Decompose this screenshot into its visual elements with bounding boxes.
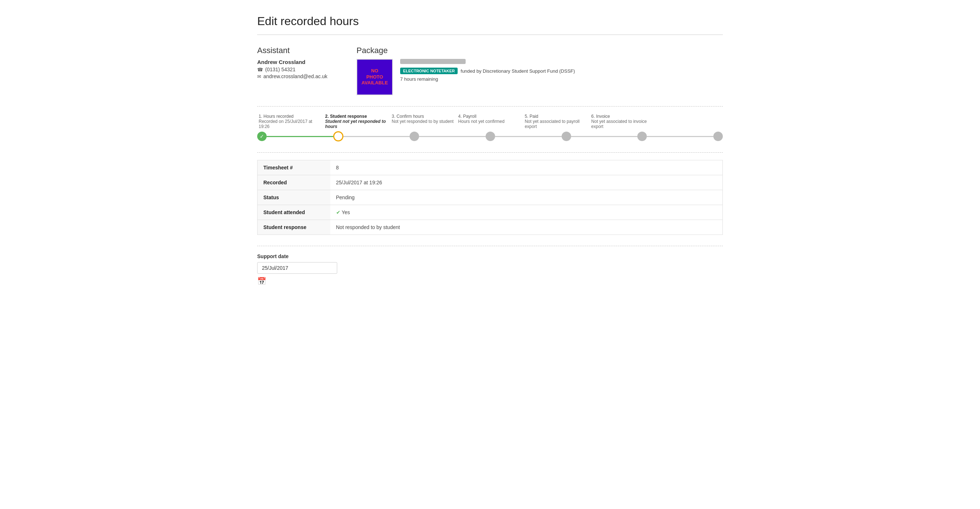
support-date-input[interactable] <box>257 262 337 274</box>
line6-7 <box>647 136 713 137</box>
assistant-section-title: Assistant <box>257 46 328 55</box>
value-student-attended: ✔ Yes <box>330 205 723 220</box>
email-icon: ✉ <box>257 74 261 79</box>
electronic-notetaker-badge: ELECTRONIC NOTETAKER <box>400 68 458 74</box>
package-info: ELECTRONIC NOTETAKER funded by Discretio… <box>400 59 575 82</box>
top-divider <box>257 35 723 35</box>
step3-title: 3. Confirm hours <box>392 114 455 119</box>
assistant-phone: (0131) 54321 <box>265 67 295 72</box>
steps-row: 1. Hours recorded Recorded on 25/Jul/201… <box>257 114 723 141</box>
check-icon: ✔ <box>336 209 340 215</box>
step4-node <box>486 132 495 141</box>
support-date-divider <box>257 246 723 246</box>
support-date-input-wrap <box>257 262 723 277</box>
line1-2 <box>267 136 333 137</box>
assistant-phone-row: ☎ (0131) 54321 <box>257 67 328 72</box>
assistant-section: Assistant Andrew Crossland ☎ (0131) 5432… <box>257 46 328 95</box>
package-section-title: Package <box>356 46 575 55</box>
page-title: Edit recorded hours <box>257 14 723 28</box>
step5-title: 5. Paid <box>525 114 588 119</box>
value-timesheet: 8 <box>330 160 723 175</box>
value-status: Pending <box>330 190 723 205</box>
value-recorded: 25/Jul/2017 at 19:26 <box>330 175 723 190</box>
step1-label: 1. Hours recorded Recorded on 25/Jul/201… <box>257 114 324 129</box>
info-table: Timesheet # 8 Recorded 25/Jul/2017 at 19… <box>257 160 723 235</box>
table-row: Recorded 25/Jul/2017 at 19:26 <box>258 175 723 190</box>
step7-label <box>656 114 723 129</box>
value-student-response: Not responded to by student <box>330 220 723 235</box>
step6-label: 6. Invoice Not yet associated to invoice… <box>590 114 656 129</box>
step2-sub: Student not yet responded to hours <box>325 119 389 129</box>
line4-5 <box>495 136 562 137</box>
table-row: Status Pending <box>258 190 723 205</box>
label-timesheet: Timesheet # <box>258 160 330 175</box>
step3-label: 3. Confirm hours Not yet responded to by… <box>390 114 457 129</box>
table-row: Student attended ✔ Yes <box>258 205 723 220</box>
step4-title: 4. Payroll <box>458 114 522 119</box>
package-section: Package NOPHOTOAVAILABLE ELECTRONIC NOTE… <box>356 46 575 95</box>
label-status: Status <box>258 190 330 205</box>
step6-sub: Not yet associated to invoice export <box>591 119 655 129</box>
package-name-blurred <box>400 59 466 64</box>
step5-sub: Not yet associated to payroll export <box>525 119 588 129</box>
badge-row: ELECTRONIC NOTETAKER funded by Discretio… <box>400 68 575 74</box>
no-photo-text: NOPHOTOAVAILABLE <box>361 68 388 87</box>
assistant-name: Andrew Crossland <box>257 59 328 65</box>
step6-node <box>637 132 647 141</box>
line5-6 <box>571 136 638 137</box>
label-student-response: Student response <box>258 220 330 235</box>
step2-node <box>333 131 344 141</box>
step1-sub: Recorded on 25/Jul/2017 at 19:26 <box>259 119 322 129</box>
steps-labels-row: 1. Hours recorded Recorded on 25/Jul/201… <box>257 114 723 129</box>
phone-icon: ☎ <box>257 67 263 72</box>
assistant-email: andrew.crossland@ed.ac.uk <box>263 73 328 79</box>
table-row: Student response Not responded to by stu… <box>258 220 723 235</box>
step2-label: 2. Student response Student not yet resp… <box>324 114 390 129</box>
funded-text: funded by Discretionary Student Support … <box>461 68 575 74</box>
hours-remaining: 7 hours remaining <box>400 76 575 82</box>
step5-node <box>562 132 571 141</box>
step4-label: 4. Payroll Hours not yet confirmed <box>457 114 523 129</box>
step2-title: 2. Student response <box>325 114 389 119</box>
package-content: NOPHOTOAVAILABLE ELECTRONIC NOTETAKER fu… <box>356 59 575 95</box>
step6-title: 6. Invoice <box>591 114 655 119</box>
table-row: Timesheet # 8 <box>258 160 723 175</box>
line3-4 <box>419 136 486 137</box>
step5-label: 5. Paid Not yet associated to payroll ex… <box>523 114 590 129</box>
steps-divider-bottom <box>257 152 723 153</box>
label-recorded: Recorded <box>258 175 330 190</box>
label-student-attended: Student attended <box>258 205 330 220</box>
step1-node: ✓ <box>257 132 267 141</box>
calendar-icon[interactable]: 📅 <box>257 277 723 285</box>
step4-sub: Hours not yet confirmed <box>458 119 522 124</box>
steps-nodes-row: ✓ <box>257 131 723 141</box>
step1-title: 1. Hours recorded <box>259 114 322 119</box>
support-date-label: Support date <box>257 254 723 259</box>
assistant-email-row: ✉ andrew.crossland@ed.ac.uk <box>257 73 328 79</box>
steps-divider-top <box>257 106 723 106</box>
step3-sub: Not yet responded to by student <box>392 119 455 124</box>
support-date-section: Support date 📅 <box>257 254 723 285</box>
step7-node <box>713 132 723 141</box>
step3-node <box>410 132 419 141</box>
info-row: Assistant Andrew Crossland ☎ (0131) 5432… <box>257 46 723 95</box>
line2-3 <box>344 136 410 137</box>
no-photo-box: NOPHOTOAVAILABLE <box>356 59 393 95</box>
